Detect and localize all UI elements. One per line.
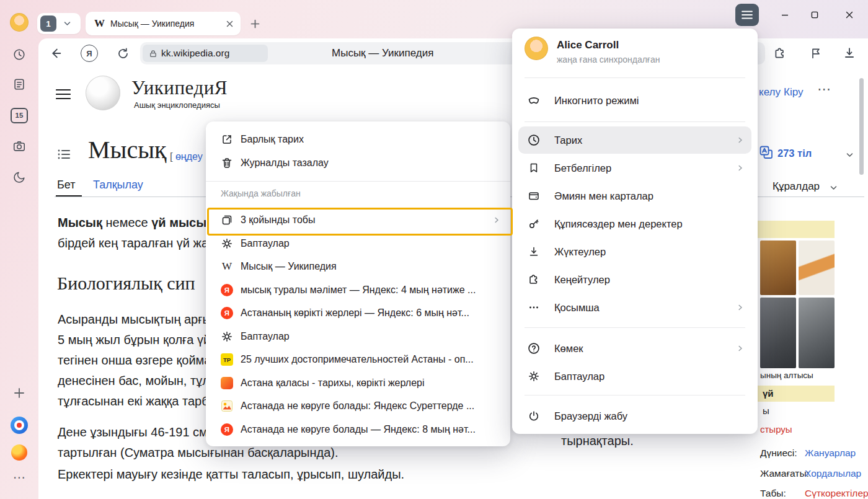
menu-item-wallet[interactable]: Әмиян мен карталар [518, 182, 751, 210]
site-favicon [221, 377, 233, 389]
menu-divider [206, 181, 510, 182]
cat-photo [760, 298, 796, 368]
signin-link[interactable]: Кіру [784, 86, 803, 99]
history-item-tripadvisor[interactable]: TP 25 лучших достопримечательностей Аста… [206, 348, 510, 371]
menu-item-more[interactable]: Қосымша [518, 294, 751, 321]
omnibox-page-title: Мысық — Уикипедия [332, 47, 433, 60]
history-item-wikipedia[interactable]: W Мысық — Уикипедия [206, 255, 510, 278]
browser-menu-button[interactable] [735, 4, 759, 26]
menu-item-history[interactable]: Тарих [518, 126, 751, 154]
rail-screenshot-icon[interactable] [11, 138, 28, 155]
translate-languages-icon[interactable] [759, 145, 774, 160]
lead-bold-2: үй мысы [151, 216, 206, 229]
rail-badge-number: 15 [11, 108, 28, 123]
browser-profile-avatar[interactable] [10, 13, 29, 32]
menu-item-incognito[interactable]: Инкогнито режимі [518, 87, 751, 114]
page-scrollbar[interactable] [859, 78, 864, 175]
open-history-icon [221, 133, 233, 146]
collections-flag-icon[interactable] [807, 45, 825, 62]
taxo-value-link[interactable]: Сүткоректілер [805, 488, 868, 499]
chevron-right-icon [493, 216, 500, 224]
menu-item-label: Құпиясөздер мен деректер [554, 218, 683, 230]
tab-close-icon[interactable] [226, 20, 233, 27]
rail-add-icon[interactable] [11, 384, 28, 402]
wikipedia-logo[interactable] [86, 76, 120, 110]
body-text-line: тұлғасынан екі жаққа тарб [58, 394, 209, 408]
wiki-hamburger-icon[interactable] [55, 86, 72, 103]
images-favicon [221, 400, 233, 412]
signup-link-fragment[interactable]: келу [759, 86, 781, 99]
downloads-toolbar-icon[interactable] [841, 45, 858, 62]
history-item-yandex-images[interactable]: Астанада не көруге болады: Яндекс Суретт… [206, 394, 510, 418]
tab-count-badge: 1 [40, 15, 56, 32]
back-button[interactable] [47, 45, 64, 62]
tab-talk[interactable]: Талқылау [93, 179, 143, 192]
language-chevron-down-icon[interactable] [844, 150, 854, 160]
menu-item-label: Браузерді жабу [554, 410, 627, 422]
history-item-all-history[interactable]: Барлық тарих [206, 128, 510, 151]
menu-item-label: Инкогнито режимі [554, 95, 639, 107]
extensions-puzzle-icon[interactable] [771, 45, 789, 62]
edit-link[interactable]: [ өңдеу [170, 151, 203, 162]
history-item-settings[interactable]: Баптаулар [206, 232, 510, 255]
menu-item-passwords[interactable]: Құпиясөздер мен деректер [518, 210, 751, 237]
ellipsis-glyph: ⋯ [13, 470, 25, 485]
profile-name[interactable]: Alice Carroll [557, 39, 619, 51]
history-item-yandex-search[interactable]: Я Астанада не көруге болады — Яндекс: 8 … [206, 418, 510, 441]
history-item-tab-group[interactable]: 3 қойынды тобы [206, 208, 510, 232]
menu-item-label: Қосымша [554, 302, 600, 314]
lead-paragraph-line: Мысық немесе үй мысы [58, 216, 206, 230]
body-text-line: тартылған (Суматра мысығынан басқаларынд… [58, 446, 339, 460]
edit-bracket: [ [170, 151, 172, 162]
yandex-browser-logo-icon[interactable] [11, 417, 28, 434]
menu-item-help[interactable]: Көмек [518, 335, 751, 362]
domain-chip[interactable]: kk.wikipedia.org [143, 45, 268, 62]
url-domain: kk.wikipedia.org [161, 48, 229, 59]
rail-more-icon[interactable]: ⋯ [11, 469, 28, 486]
language-count[interactable]: 273 тіл [777, 148, 812, 159]
rail-history-icon[interactable] [11, 46, 28, 63]
menu-item-extensions[interactable]: Кеңейтулер [518, 266, 751, 293]
menu-item-label: Астананың көрікті жерлері — Яндекс: 6 мы… [241, 307, 469, 319]
menu-item-close-browser[interactable]: Браузерді жабу [518, 402, 751, 430]
lead-paragraph-line: бірдей кең таралған үй жа [58, 236, 208, 250]
history-item-clear-log[interactable]: Журналды тазалау [206, 151, 510, 175]
more-options-icon[interactable]: ⋯ [817, 81, 831, 97]
history-item-yandex-search[interactable]: Я Астананың көрікті жерлері — Яндекс: 6 … [206, 301, 510, 325]
gear-icon [527, 369, 541, 383]
rail-services-icon[interactable] [11, 444, 28, 461]
active-tab[interactable]: W Мысық — Уикипедия [86, 12, 241, 35]
bookmark-icon [527, 161, 541, 175]
window-maximize-button[interactable] [805, 6, 824, 24]
rail-notes-icon[interactable] [11, 76, 28, 93]
menu-item-label: Тарих [554, 135, 582, 146]
taxo-value-link[interactable]: Жануарлар [805, 448, 856, 459]
rail-dark-mode-icon[interactable] [11, 169, 28, 186]
history-item-astana-site[interactable]: Астана қаласы - тарихы, көрікті жерлері [206, 371, 510, 395]
menu-item-downloads[interactable]: Жүктеулер [518, 238, 751, 265]
browser-main-menu: Alice Carroll жаңа ғана синхрондалған Ин… [512, 29, 758, 434]
gear-icon [221, 330, 233, 343]
contents-list-icon[interactable] [56, 146, 72, 162]
tab-page[interactable]: Бет [57, 179, 75, 192]
infobox-redlink-fragment[interactable]: стыруы [760, 424, 792, 435]
profile-avatar[interactable] [525, 37, 548, 60]
trash-icon [221, 157, 233, 169]
lead-mid: немесе [102, 216, 151, 229]
rail-tab-count-badge[interactable]: 15 [11, 107, 28, 124]
window-close-button[interactable] [840, 6, 859, 24]
yandex-search-icon[interactable]: Я [81, 45, 98, 62]
menu-item-settings[interactable]: Баптаулар [518, 363, 751, 390]
tools-dropdown[interactable]: Құралдар [773, 180, 820, 193]
reload-button[interactable] [114, 45, 131, 62]
taxo-value-link[interactable]: Хордалылар [805, 468, 861, 479]
new-tab-button[interactable] [247, 15, 263, 32]
wallet-icon [527, 189, 541, 203]
tab-counter[interactable]: 1 [37, 13, 81, 34]
window-minimize-button[interactable] [776, 6, 794, 24]
history-item-settings[interactable]: Баптаулар [206, 325, 510, 348]
tools-chevron-down-icon[interactable] [828, 183, 838, 193]
menu-divider [525, 395, 745, 395]
history-item-yandex-search[interactable]: Я мысық туралы мәлімет — Яндекс: 4 мың н… [206, 278, 510, 302]
menu-item-bookmarks[interactable]: Бетбелгілер [518, 154, 751, 182]
